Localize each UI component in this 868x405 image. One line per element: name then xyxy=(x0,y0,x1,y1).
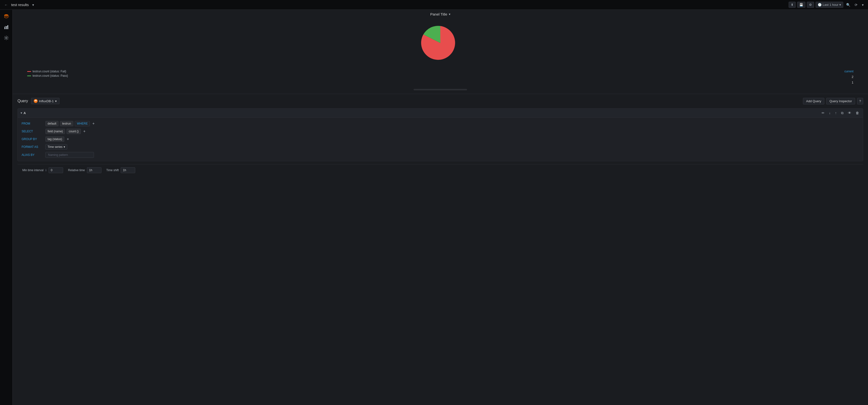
alias-content xyxy=(45,152,94,158)
scrollbar-track[interactable] xyxy=(413,89,467,90)
search-icon: 🔍 xyxy=(846,3,850,7)
query-section: Query InfluxDB-1 ▾ xyxy=(12,94,868,405)
time-range-button[interactable]: 🕐 Last 1 hour ▾ xyxy=(815,2,843,8)
format-label: FORMAT AS xyxy=(22,145,43,149)
topbar-right: ⬆ 💾 ⚙ 🕐 Last 1 hour ▾ 🔍 ⟳ ▾ xyxy=(788,2,865,8)
format-select[interactable]: Time series ▾ xyxy=(45,144,67,150)
groupby-tag-pill[interactable]: tag (status) xyxy=(45,136,64,142)
min-time-interval-label: Min time interval xyxy=(22,168,43,172)
refresh-caret-button[interactable]: ▾ xyxy=(861,2,865,8)
query-block-a: ▾ A ✏ ↓ ↑ ⧉ 👁 🗑 FROM xyxy=(18,108,863,161)
refresh-icon: ⟳ xyxy=(855,3,858,7)
min-time-interval-input[interactable] xyxy=(49,167,63,173)
select-fn-pill[interactable]: count () xyxy=(66,129,81,134)
time-shift-group: Time shift xyxy=(106,167,135,173)
help-button[interactable]: ? xyxy=(857,98,863,104)
relative-time-group: Relative time xyxy=(68,167,101,173)
share-button[interactable]: ⬆ xyxy=(788,2,796,8)
time-caret-icon: ▾ xyxy=(839,3,841,6)
legend-current-label: current xyxy=(844,70,854,73)
svg-point-5 xyxy=(6,37,7,39)
share-icon: ⬆ xyxy=(791,3,794,6)
panel-title-row: Panel Title ▾ xyxy=(18,12,863,16)
edit-query-button[interactable]: ✏ xyxy=(821,111,826,115)
clock-icon: 🕐 xyxy=(818,3,822,6)
query-header: Query InfluxDB-1 ▾ xyxy=(18,98,863,104)
legend-pass-value: 1 xyxy=(844,80,854,85)
query-block-actions: ✏ ↓ ↑ ⧉ 👁 🗑 xyxy=(821,111,860,116)
legend-fail-dot xyxy=(27,71,31,72)
groupby-add-button[interactable]: + xyxy=(66,137,70,141)
copy-query-button[interactable]: ⧉ xyxy=(840,111,844,116)
time-shift-input[interactable] xyxy=(121,167,135,173)
delete-query-button[interactable]: 🗑 xyxy=(855,111,860,115)
sidebar-icon-chart[interactable] xyxy=(2,23,11,32)
query-header-right: Add Query Query Inspector ? xyxy=(803,98,863,104)
format-row: FORMAT AS Time series ▾ xyxy=(18,143,863,151)
datasource-icon xyxy=(34,99,38,103)
upload-query-button[interactable]: ↑ xyxy=(834,111,838,115)
sidebar-icon-settings[interactable] xyxy=(2,33,11,42)
info-icon[interactable]: ℹ xyxy=(45,168,46,172)
datasource-name: InfluxDB-1 xyxy=(39,99,54,103)
time-shift-label: Time shift xyxy=(106,168,119,172)
refresh-button[interactable]: ⟳ xyxy=(853,2,859,8)
gear-icon: ⚙ xyxy=(809,3,812,6)
query-block-a-name: ▾ A xyxy=(21,111,26,115)
page-title: test results xyxy=(11,3,29,7)
legend-fail: testrun.count {status: Fail} xyxy=(27,70,68,73)
save-icon: 💾 xyxy=(799,3,803,6)
scrollbar-row xyxy=(18,88,863,91)
topbar-left: ← test results ▾ xyxy=(3,2,788,8)
groupby-content: tag (status) + xyxy=(45,136,70,142)
from-label: FROM xyxy=(22,122,43,125)
select-add-button[interactable]: + xyxy=(82,129,86,133)
main-layout: Panel Title ▾ xyxy=(0,10,868,405)
query-header-left: Query InfluxDB-1 ▾ xyxy=(18,98,59,104)
relative-time-label: Relative time xyxy=(68,168,85,172)
alias-input[interactable] xyxy=(45,152,94,158)
back-button[interactable]: ← xyxy=(3,2,9,8)
legend-pass-dot xyxy=(27,75,31,76)
min-time-interval-group: Min time interval ℹ xyxy=(22,167,63,173)
datasource-caret-icon: ▾ xyxy=(55,99,57,103)
from-add-button[interactable]: + xyxy=(91,121,95,126)
groupby-label: GROUP BY xyxy=(22,137,43,141)
legend-values: 2 1 xyxy=(844,74,854,86)
legend-pass: testrun.count {status: Pass} xyxy=(27,74,68,77)
query-options-row: Min time interval ℹ Relative time Time s… xyxy=(18,164,863,176)
alias-row: ALIAS BY xyxy=(18,151,863,159)
content-area: Panel Title ▾ xyxy=(12,10,868,405)
title-caret-button[interactable]: ▾ xyxy=(31,2,35,8)
download-query-button[interactable]: ↓ xyxy=(828,111,832,115)
settings-button[interactable]: ⚙ xyxy=(807,2,814,8)
format-content: Time series ▾ xyxy=(45,144,67,150)
legend-stats: current 2 1 xyxy=(844,70,854,86)
legend-area: testrun.count {status: Fail} testrun.cou… xyxy=(18,67,863,88)
select-row: SELECT field (name) count () + xyxy=(18,127,863,135)
alias-label: ALIAS BY xyxy=(22,153,43,157)
query-inspector-button[interactable]: Query Inspector xyxy=(826,98,855,104)
topbar: ← test results ▾ ⬆ 💾 ⚙ 🕐 Last 1 hour ▾ 🔍… xyxy=(0,0,868,10)
from-db-pill[interactable]: default xyxy=(45,121,59,126)
save-button[interactable]: 💾 xyxy=(797,2,805,8)
panel-title: Panel Title xyxy=(430,12,447,16)
select-field-pill[interactable]: field (name) xyxy=(45,129,65,134)
from-measurement-pill[interactable]: testrun xyxy=(60,121,73,126)
select-label: SELECT xyxy=(22,130,43,133)
panel-title-caret[interactable]: ▾ xyxy=(449,12,451,16)
collapse-icon[interactable]: ▾ xyxy=(21,112,22,115)
legend-fail-label: testrun.count {status: Fail} xyxy=(33,70,66,73)
panel-area: Panel Title ▾ xyxy=(12,10,868,94)
relative-time-input[interactable] xyxy=(87,167,101,173)
datasource-select[interactable]: InfluxDB-1 ▾ xyxy=(31,98,60,104)
pie-chart xyxy=(421,24,460,62)
toggle-visibility-button[interactable]: 👁 xyxy=(847,111,852,115)
add-query-button[interactable]: Add Query xyxy=(803,98,824,104)
select-content: field (name) count () + xyxy=(45,129,86,134)
sidebar-icon-database[interactable] xyxy=(2,12,11,21)
groupby-row: GROUP BY tag (status) + xyxy=(18,135,863,143)
svg-point-6 xyxy=(34,100,37,101)
where-button[interactable]: WHERE xyxy=(75,121,90,126)
search-button[interactable]: 🔍 xyxy=(845,2,852,8)
